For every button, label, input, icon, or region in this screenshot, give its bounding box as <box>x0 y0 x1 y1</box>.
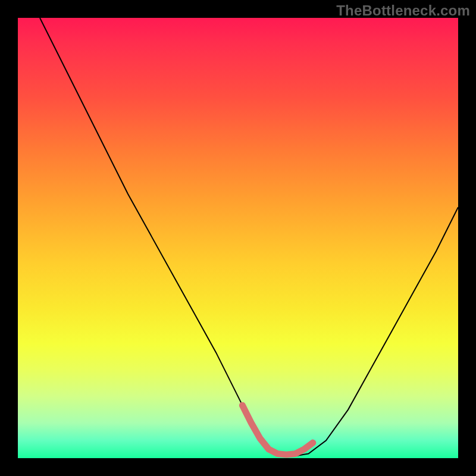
plot-area <box>18 18 458 458</box>
curve-overlay <box>18 18 458 458</box>
watermark: TheBottleneck.com <box>336 2 470 19</box>
bottleneck-curve <box>40 18 458 456</box>
chart-frame: TheBottleneck.com <box>0 0 476 476</box>
trough-highlight <box>242 405 312 455</box>
